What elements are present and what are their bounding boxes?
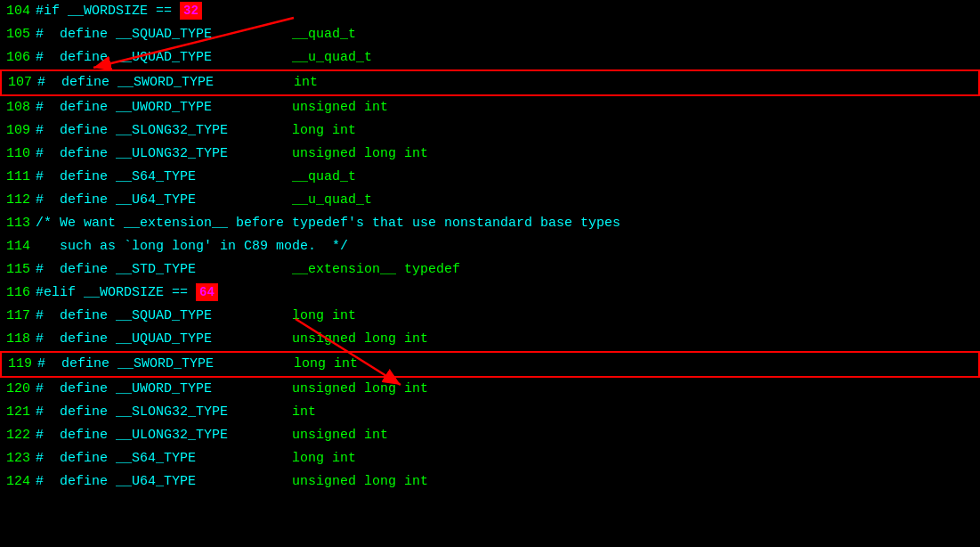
code-token: unsigned int [228,428,388,443]
code-token: __u_quad_t [196,192,372,208]
line-number: 124 [2,470,36,494]
code-token: # define __UQUAD_TYPE [36,331,212,347]
code-line-107: 107# define __SWORD_TYPE int [0,69,980,96]
code-line-105: 105# define __SQUAD_TYPE __quad_t [0,23,980,46]
code-token: # define __SWORD_TYPE [37,356,214,371]
line-text: # define __S64_TYPE long int [36,447,980,470]
code-token: # define __SLONG32_TYPE [36,404,228,420]
line-number: 119 [4,353,37,376]
code-line-119: 119# define __SWORD_TYPE long int [0,351,980,378]
code-token: such as `long long' in C89 mode. */ [36,239,348,254]
line-number: 110 [2,143,36,166]
line-text: such as `long long' in C89 mode. */ [36,235,980,258]
code-token: unsigned long int [196,474,428,489]
code-token: #elif __WORDSIZE == [36,285,196,300]
line-text: # define __ULONG32_TYPE unsigned int [36,424,980,447]
wordsize-badge: 32 [180,2,202,20]
line-text: # define __SWORD_TYPE int [37,71,978,94]
line-number: 117 [2,305,36,328]
code-token: # define __U64_TYPE [36,192,196,208]
line-text: #elif __WORDSIZE == 64 [36,282,980,305]
line-text: # define __SLONG32_TYPE int [36,401,980,424]
line-text: # define __UWORD_TYPE unsigned long int [36,378,980,401]
code-line-111: 111# define __S64_TYPE __quad_t [0,166,980,189]
code-token: __u_quad_t [212,50,372,65]
line-number: 114 [2,235,36,258]
line-number: 106 [2,46,36,69]
line-text: # define __SQUAD_TYPE __quad_t [36,23,980,46]
line-number: 113 [2,212,36,235]
line-number: 108 [2,96,36,119]
line-text: # define __SLONG32_TYPE long int [36,119,980,143]
line-text: # define __UQUAD_TYPE __u_quad_t [36,46,980,69]
code-token: # define __UWORD_TYPE [36,381,212,396]
code-token: # define __S64_TYPE [36,169,196,184]
code-token: long int [196,451,356,466]
code-token: # define __UWORD_TYPE [36,100,212,115]
code-line-109: 109# define __SLONG32_TYPE long int [0,119,980,143]
code-token: __quad_t [196,169,356,184]
code-token: # define __SQUAD_TYPE [36,27,212,42]
line-number: 123 [2,447,36,470]
code-line-123: 123# define __S64_TYPE long int [0,447,980,470]
code-token: unsigned int [212,100,388,115]
line-number: 122 [2,424,36,447]
code-token: long int [228,123,356,138]
line-text: #if __WORDSIZE == 32 [36,0,980,23]
code-line-122: 122# define __ULONG32_TYPE unsigned int [0,424,980,447]
code-line-117: 117# define __SQUAD_TYPE long int [0,305,980,328]
code-token: # define __ULONG32_TYPE [36,428,228,443]
code-line-114: 114 such as `long long' in C89 mode. */ [0,235,980,258]
code-viewer: 104#if __WORDSIZE == 32105# define __SQU… [0,0,980,547]
line-text: # define __S64_TYPE __quad_t [36,166,980,189]
code-line-108: 108# define __UWORD_TYPE unsigned int [0,96,980,119]
code-line-116: 116#elif __WORDSIZE == 64 [0,282,980,305]
line-text: # define __U64_TYPE unsigned long int [36,470,980,494]
line-text: # define __SQUAD_TYPE long int [36,305,980,328]
line-number: 116 [2,282,36,305]
code-line-121: 121# define __SLONG32_TYPE int [0,401,980,424]
code-token: # define __ULONG32_TYPE [36,146,228,161]
code-line-112: 112# define __U64_TYPE __u_quad_t [0,189,980,212]
code-token: __extension__ typedef [196,262,460,277]
code-line-118: 118# define __UQUAD_TYPE unsigned long i… [0,328,980,351]
code-line-113: 113/* We want __extension__ before typed… [0,212,980,235]
line-text: # define __UWORD_TYPE unsigned int [36,96,980,119]
line-number: 104 [2,0,36,23]
line-number: 120 [2,378,36,401]
code-token: # define __SWORD_TYPE [37,75,214,90]
line-number: 107 [4,71,37,94]
line-number: 111 [2,166,36,189]
code-line-124: 124# define __U64_TYPE unsigned long int [0,470,980,494]
line-text: # define __STD_TYPE __extension__ typede… [36,258,980,282]
code-token: unsigned long int [212,381,428,396]
line-number: 118 [2,328,36,351]
code-token: #if __WORDSIZE == [36,4,180,19]
line-number: 105 [2,23,36,46]
code-token: int [228,404,316,420]
code-lines: 104#if __WORDSIZE == 32105# define __SQU… [0,0,980,494]
code-token: # define __S64_TYPE [36,451,196,466]
line-number: 115 [2,258,36,282]
code-token: /* We want __extension__ before typedef'… [36,216,620,231]
line-text: # define __SWORD_TYPE long int [37,353,978,376]
code-token: long int [214,356,358,371]
line-text: # define __UQUAD_TYPE unsigned long int [36,328,980,351]
line-text: /* We want __extension__ before typedef'… [36,212,980,235]
code-line-104: 104#if __WORDSIZE == 32 [0,0,980,23]
line-number: 112 [2,189,36,212]
code-line-106: 106# define __UQUAD_TYPE __u_quad_t [0,46,980,69]
code-line-115: 115# define __STD_TYPE __extension__ typ… [0,258,980,282]
code-token: # define __SQUAD_TYPE [36,308,212,323]
code-line-110: 110# define __ULONG32_TYPE unsigned long… [0,143,980,166]
code-token: # define __SLONG32_TYPE [36,123,228,138]
line-text: # define __U64_TYPE __u_quad_t [36,189,980,212]
code-token: # define __STD_TYPE [36,262,196,277]
line-number: 121 [2,401,36,424]
line-number: 109 [2,119,36,143]
code-token: int [214,75,318,90]
code-token: __quad_t [212,27,356,42]
line-text: # define __ULONG32_TYPE unsigned long in… [36,143,980,166]
wordsize-badge: 64 [196,283,218,301]
code-token: # define __UQUAD_TYPE [36,50,212,65]
